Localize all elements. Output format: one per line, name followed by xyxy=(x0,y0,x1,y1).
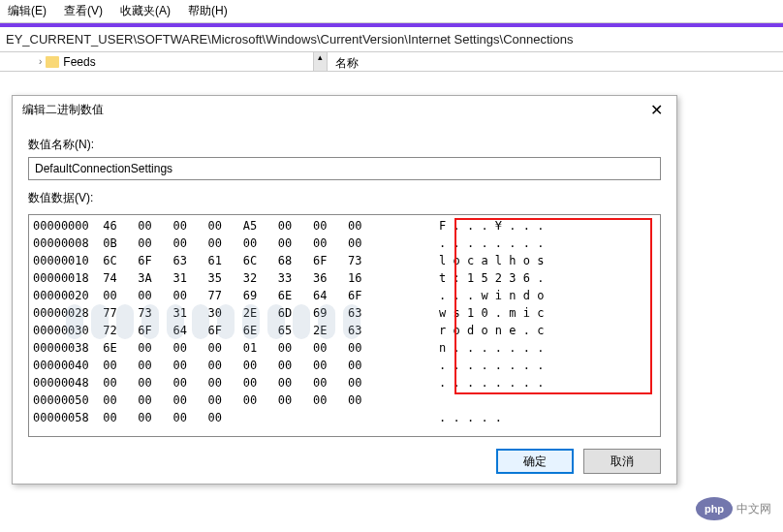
menu-edit[interactable]: 编辑(E) xyxy=(8,3,47,19)
hex-editor[interactable]: 00000000 46 00 00 00 A5 00 00 00 F . . .… xyxy=(28,214,661,437)
php-logo: php 中文网 xyxy=(696,497,771,520)
dialog-title: 编辑二进制数值 xyxy=(22,102,104,118)
php-text: 中文网 xyxy=(736,501,771,517)
tree-pane: › Feeds ▴ xyxy=(0,52,328,71)
hex-row[interactable]: 00000010 6C 6F 63 61 6C 68 6F 73 l o c a… xyxy=(33,252,656,269)
folder-icon xyxy=(46,56,59,68)
menu-view[interactable]: 查看(V) xyxy=(64,3,103,19)
address-bar[interactable]: EY_CURRENT_USER\SOFTWARE\Microsoft\Windo… xyxy=(0,27,783,52)
hex-row[interactable]: 00000038 6E 00 00 00 01 00 00 00 n . . .… xyxy=(33,339,656,357)
edit-binary-dialog: 编辑二进制数值 ✕ 数值名称(N): 数值数据(V): 00000000 46 … xyxy=(12,95,677,485)
value-name-label: 数值名称(N): xyxy=(28,137,661,153)
hex-row[interactable]: 00000040 00 00 00 00 00 00 00 00 . . . .… xyxy=(33,357,656,374)
address-path: EY_CURRENT_USER\SOFTWARE\Microsoft\Windo… xyxy=(6,32,573,47)
column-header-name[interactable]: 名称 xyxy=(335,56,359,70)
hex-row[interactable]: 00000000 46 00 00 00 A5 00 00 00 F . . .… xyxy=(33,217,656,235)
chevron-right-icon[interactable]: › xyxy=(39,56,42,67)
hex-row[interactable]: 00000028 77 73 31 30 2E 6D 69 63 w s 1 0… xyxy=(33,304,656,322)
list-pane: 名称 xyxy=(328,52,783,71)
menubar: 编辑(E) 查看(V) 收藏夹(A) 帮助(H) xyxy=(0,0,783,23)
php-ball-icon: php xyxy=(696,497,733,520)
split-panes: › Feeds ▴ 名称 xyxy=(0,52,783,72)
close-icon[interactable]: ✕ xyxy=(641,99,673,121)
tree-item-feeds[interactable]: › Feeds xyxy=(0,55,96,69)
value-data-label: 数值数据(V): xyxy=(28,190,661,206)
dialog-titlebar: 编辑二进制数值 ✕ xyxy=(13,96,676,123)
dialog-buttons: 确定 取消 xyxy=(28,437,661,474)
hex-row[interactable]: 00000008 0B 00 00 00 00 00 00 00 . . . .… xyxy=(33,235,656,252)
menu-favorites[interactable]: 收藏夹(A) xyxy=(120,3,171,19)
hex-row[interactable]: 00000030 72 6F 64 6F 6E 65 2E 63 r o d o… xyxy=(33,322,656,339)
value-name-input[interactable] xyxy=(28,157,661,180)
menu-help[interactable]: 帮助(H) xyxy=(188,3,228,19)
hex-row[interactable]: 00000058 00 00 00 00 . . . . . xyxy=(33,409,656,426)
hex-row[interactable]: 00000050 00 00 00 00 00 00 00 00 xyxy=(33,391,656,409)
hex-row[interactable]: 00000048 00 00 00 00 00 00 00 00 . . . .… xyxy=(33,374,656,391)
cancel-button[interactable]: 取消 xyxy=(583,449,661,474)
dialog-body: 数值名称(N): 数值数据(V): 00000000 46 00 00 00 A… xyxy=(13,123,676,484)
hex-row[interactable]: 00000018 74 3A 31 35 32 33 36 16 t : 1 5… xyxy=(33,269,656,287)
scrollbar[interactable]: ▴ xyxy=(313,52,327,71)
ok-button[interactable]: 确定 xyxy=(496,449,574,474)
tree-item-label: Feeds xyxy=(63,55,95,69)
hex-row[interactable]: 00000020 00 00 00 77 69 6E 64 6F . . . w… xyxy=(33,287,656,304)
